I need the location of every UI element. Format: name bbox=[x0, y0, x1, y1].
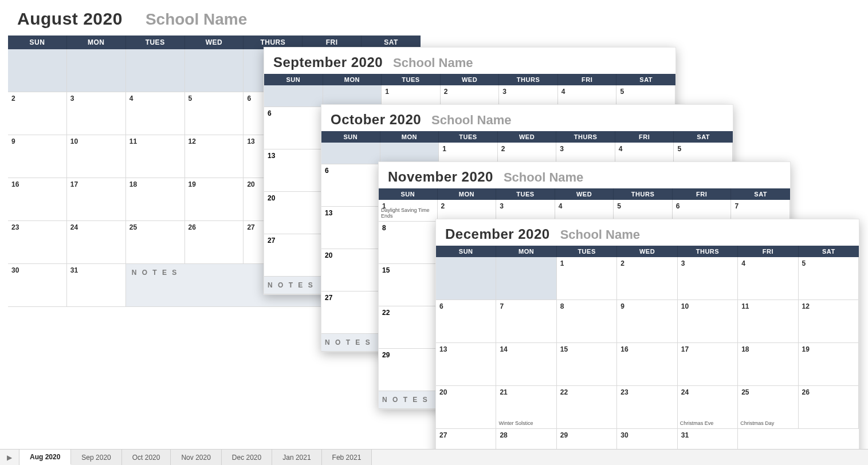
day-cell[interactable]: 3 bbox=[678, 257, 738, 300]
day-cell[interactable]: 22 bbox=[379, 306, 437, 349]
month-title: October 2020 bbox=[331, 112, 421, 128]
tab-feb-2021[interactable]: Feb 2021 bbox=[322, 450, 372, 465]
day-cell[interactable]: 6 bbox=[436, 300, 496, 343]
tab-nov-2020[interactable]: Nov 2020 bbox=[171, 450, 221, 465]
day-cell[interactable]: 24 bbox=[67, 221, 126, 264]
day-cell[interactable]: 21Winter Solstice bbox=[496, 386, 556, 429]
day-cell[interactable]: 25Christmas Day bbox=[738, 386, 798, 429]
day-cell[interactable]: 26 bbox=[799, 386, 859, 429]
play-icon[interactable]: ▶ bbox=[0, 450, 19, 465]
dow-cell: SUN bbox=[321, 131, 380, 143]
tab-oct-2020[interactable]: Oct 2020 bbox=[122, 450, 171, 465]
dow-cell: WED bbox=[555, 188, 614, 200]
notes-cell[interactable]: N O T E S bbox=[379, 391, 437, 409]
day-cell[interactable]: 2 bbox=[617, 257, 677, 300]
pad-cell bbox=[496, 257, 556, 300]
day-cell[interactable]: 12 bbox=[799, 300, 859, 343]
day-cell[interactable]: 8 bbox=[557, 300, 617, 343]
dow-cell: THURS bbox=[614, 188, 673, 200]
day-cell[interactable]: 29 bbox=[379, 349, 437, 391]
day-cell[interactable]: 18 bbox=[738, 343, 798, 386]
tab-sep-2020[interactable]: Sep 2020 bbox=[71, 450, 121, 465]
tab-aug-2020[interactable]: Aug 2020 bbox=[19, 450, 71, 465]
tab-jan-2021[interactable]: Jan 2021 bbox=[272, 450, 321, 465]
month-grid: 123456789101112131415161718192021Winter … bbox=[436, 257, 859, 465]
day-cell[interactable]: 20 bbox=[264, 192, 323, 234]
dow-cell: SAT bbox=[731, 188, 790, 200]
day-cell[interactable]: 5 bbox=[185, 92, 244, 135]
day-cell[interactable]: 23 bbox=[617, 386, 677, 429]
day-cell[interactable]: 24Christmas Eve bbox=[678, 386, 738, 429]
day-cell[interactable]: 14 bbox=[496, 343, 556, 386]
day-cell[interactable]: 11 bbox=[126, 135, 185, 178]
day-cell[interactable]: 6 bbox=[264, 107, 323, 149]
day-cell[interactable]: 2 bbox=[8, 92, 67, 135]
day-cell[interactable]: 8 bbox=[379, 222, 437, 264]
day-cell[interactable]: 13 bbox=[321, 207, 380, 249]
day-cell[interactable]: 9 bbox=[617, 300, 677, 343]
month-title: August 2020 bbox=[17, 9, 123, 29]
day-cell[interactable]: 16 bbox=[8, 178, 67, 221]
day-cell[interactable]: 4 bbox=[126, 92, 185, 135]
dow-cell: WED bbox=[441, 74, 500, 85]
day-cell[interactable]: 18 bbox=[126, 178, 185, 221]
day-cell[interactable]: 20 bbox=[321, 249, 380, 291]
pad-cell bbox=[321, 143, 380, 164]
day-cell[interactable]: 22 bbox=[557, 386, 617, 429]
dow-cell: SUN bbox=[436, 246, 496, 257]
dow-cell: FRI bbox=[615, 131, 674, 143]
day-cell[interactable]: 10 bbox=[67, 135, 126, 178]
day-cell[interactable]: 15 bbox=[557, 343, 617, 386]
day-cell[interactable]: 19 bbox=[185, 178, 244, 221]
dow-cell: SAT bbox=[616, 74, 675, 85]
dow-cell: WED bbox=[498, 131, 557, 143]
calendar-stage: August 2020 School Name SUNMONTUESWEDTHU… bbox=[0, 0, 868, 465]
day-cell[interactable]: 30 bbox=[8, 264, 67, 307]
day-cell[interactable]: 5 bbox=[799, 257, 859, 300]
sheet-header: August 2020 School Name bbox=[8, 6, 421, 36]
day-cell[interactable]: 10 bbox=[678, 300, 738, 343]
school-name: School Name bbox=[504, 170, 583, 185]
pad-cell bbox=[436, 257, 496, 300]
tab-dec-2020[interactable]: Dec 2020 bbox=[222, 450, 272, 465]
dow-row: SUNMONTUESWEDTHURSFRISAT bbox=[436, 246, 859, 257]
day-cell[interactable]: 4 bbox=[738, 257, 798, 300]
day-cell[interactable]: 27 bbox=[264, 234, 323, 277]
day-cell[interactable]: 1 bbox=[557, 257, 617, 300]
dow-cell: TUES bbox=[439, 131, 498, 143]
day-cell[interactable]: 9 bbox=[8, 135, 67, 178]
day-cell[interactable]: 1Daylight Saving Time Ends bbox=[379, 200, 438, 222]
dow-cell: MON bbox=[323, 74, 382, 85]
day-cell[interactable]: 6 bbox=[321, 164, 380, 207]
day-cell[interactable]: 19 bbox=[799, 343, 859, 386]
day-cell[interactable]: 17 bbox=[678, 343, 738, 386]
notes-cell[interactable]: N O T E S bbox=[264, 277, 323, 294]
day-cell[interactable]: 25 bbox=[126, 221, 185, 264]
day-cell[interactable]: 13 bbox=[436, 343, 496, 386]
dow-cell: MON bbox=[438, 188, 497, 200]
school-name: School Name bbox=[431, 113, 511, 128]
dow-cell: MON bbox=[496, 246, 556, 257]
sheet-tabs: ▶ Aug 2020Sep 2020Oct 2020Nov 2020Dec 20… bbox=[0, 449, 868, 465]
month-title: December 2020 bbox=[445, 226, 550, 242]
day-cell[interactable]: 11 bbox=[738, 300, 798, 343]
day-cell[interactable]: 20 bbox=[436, 386, 496, 429]
dow-cell: MON bbox=[67, 36, 126, 49]
sun-column: 6132027N O T E S bbox=[264, 107, 323, 294]
day-cell[interactable]: 15 bbox=[379, 264, 437, 306]
day-cell[interactable]: 27 bbox=[321, 291, 380, 334]
day-cell[interactable]: 7 bbox=[496, 300, 556, 343]
notes-cell[interactable]: N O T E S bbox=[321, 334, 380, 352]
dow-cell: TUES bbox=[557, 246, 617, 257]
pad-cell bbox=[264, 85, 323, 107]
day-cell[interactable]: 3 bbox=[67, 92, 126, 135]
day-cell[interactable]: 12 bbox=[185, 135, 244, 178]
day-cell[interactable]: 31 bbox=[67, 264, 126, 307]
day-cell[interactable]: 13 bbox=[264, 149, 323, 192]
dow-cell: MON bbox=[380, 131, 439, 143]
day-cell[interactable]: 23 bbox=[8, 221, 67, 264]
day-cell[interactable]: 26 bbox=[185, 221, 244, 264]
dow-cell: WED bbox=[617, 246, 677, 257]
day-cell[interactable]: 17 bbox=[67, 178, 126, 221]
day-cell[interactable]: 16 bbox=[617, 343, 677, 386]
